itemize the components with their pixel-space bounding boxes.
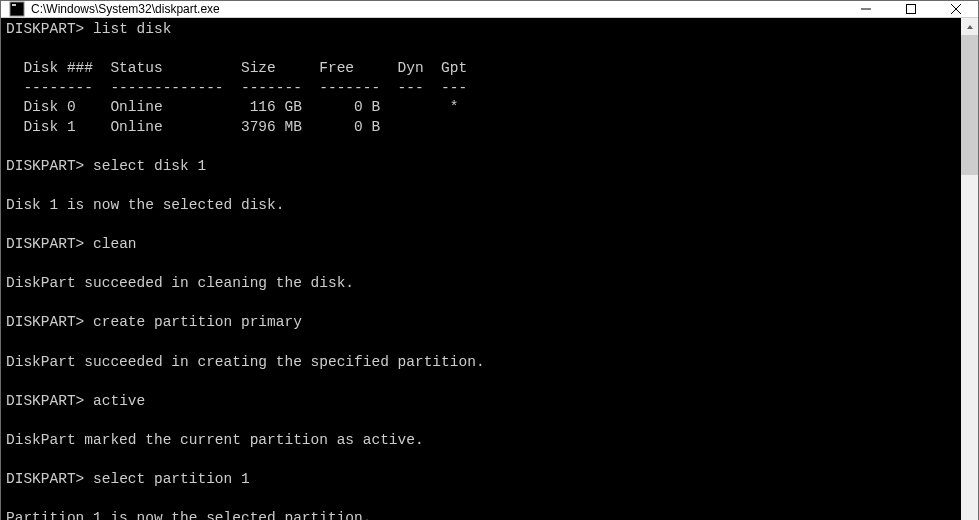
window-controls [843, 1, 978, 17]
prompt: DISKPART> [6, 471, 84, 487]
prompt: DISKPART> [6, 158, 84, 174]
app-window: C:\Windows\System32\diskpart.exe DISKPAR… [0, 0, 979, 520]
response-text: DiskPart succeeded in creating the speci… [6, 354, 485, 370]
prompt: DISKPART> [6, 21, 84, 37]
titlebar[interactable]: C:\Windows\System32\diskpart.exe [1, 1, 978, 18]
prompt: DISKPART> [6, 393, 84, 409]
command-text: clean [93, 236, 137, 252]
command-text: active [93, 393, 145, 409]
app-icon [9, 1, 25, 17]
response-text: DiskPart succeeded in cleaning the disk. [6, 275, 354, 291]
prompt: DISKPART> [6, 236, 84, 252]
terminal-output[interactable]: DISKPART> list disk Disk ### Status Size… [1, 18, 961, 520]
close-button[interactable] [933, 1, 978, 17]
table-header: Disk ### Status Size Free Dyn Gpt [6, 60, 467, 76]
response-text: DiskPart marked the current partition as… [6, 432, 424, 448]
command-text: select partition 1 [93, 471, 250, 487]
response-text: Disk 1 is now the selected disk. [6, 197, 284, 213]
terminal-area: DISKPART> list disk Disk ### Status Size… [1, 18, 978, 520]
table-row: Disk 1 Online 3796 MB 0 B [6, 119, 380, 135]
command-text: select disk 1 [93, 158, 206, 174]
command-text: list disk [93, 21, 171, 37]
table-row: Disk 0 Online 116 GB 0 B * [6, 99, 458, 115]
command-text: create partition primary [93, 314, 302, 330]
maximize-button[interactable] [888, 1, 933, 17]
prompt: DISKPART> [6, 314, 84, 330]
window-title: C:\Windows\System32\diskpart.exe [31, 2, 843, 16]
scroll-thumb[interactable] [961, 35, 978, 175]
minimize-button[interactable] [843, 1, 888, 17]
vertical-scrollbar[interactable] [961, 18, 978, 520]
svg-rect-1 [12, 4, 16, 6]
table-divider: -------- ------------- ------- ------- -… [6, 80, 467, 96]
response-text: Partition 1 is now the selected partitio… [6, 510, 371, 520]
scroll-up-button[interactable] [961, 18, 978, 35]
svg-rect-3 [906, 5, 915, 14]
